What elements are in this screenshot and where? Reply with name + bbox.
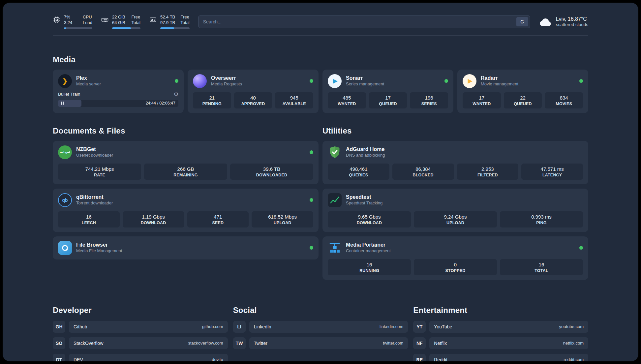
dev-link[interactable]: DEV dev.to (69, 354, 228, 361)
stat-tile: 498,461 QUERIES (328, 164, 389, 180)
search-input[interactable] (203, 19, 516, 24)
cpu-metric: 7% 3.24 CPU Load (53, 15, 92, 29)
cpu-values: 7% 3.24 (64, 15, 72, 26)
app-card-plex[interactable]: Plex Media server Bullet Train ⚙ 24:44 /… (53, 70, 184, 113)
memory-labels: Free Total (132, 15, 140, 26)
memory-progress-bar (112, 27, 140, 29)
app-card-radarr[interactable]: Radarr Movie management 17 WANTED 22 QUE… (457, 70, 588, 113)
stat-tile: 1.19 Gbps DOWNLOAD (123, 211, 184, 228)
stat-tile: 17 QUEUED (369, 92, 407, 108)
link-name: Reddit (434, 357, 447, 361)
media-grid: Plex Media server Bullet Train ⚙ 24:44 /… (53, 70, 588, 113)
pause-button[interactable] (61, 102, 64, 105)
app-card-qbittorrent[interactable]: qb qBittorrent Torrent downloader 16 LEE… (53, 189, 319, 232)
media-progress-bar[interactable]: 24:44 / 02:06:47 (58, 100, 178, 107)
app-card-portainer[interactable]: Media Portainer Container management 16 … (322, 236, 588, 280)
link-domain: netflix.com (563, 341, 584, 346)
cpu-percent: 7% (64, 15, 72, 20)
app-card-overseerr[interactable]: Overseerr Media Requests 21 PENDING 40 A… (188, 70, 319, 113)
disk-icon (149, 16, 157, 24)
stat-label: WANTED (329, 102, 365, 106)
github-icon[interactable]: GH (53, 321, 65, 333)
stat-label: APPROVED (235, 102, 271, 106)
app-subtitle: Media File Management (76, 248, 122, 254)
stat-value: 17 (464, 95, 500, 101)
section-title-entertainment: Entertainment (413, 306, 588, 315)
memory-label-2: Total (132, 20, 140, 26)
twitter-icon[interactable]: TW (233, 337, 246, 349)
stat-label: QUEUED (505, 102, 541, 106)
overseerr-icon (193, 74, 207, 88)
linkedin-icon[interactable]: LI (233, 321, 246, 333)
linkedin-link[interactable]: LinkedIn linkedin.com (249, 321, 408, 333)
link-name: YouTube (434, 324, 452, 329)
app-card-nzbget[interactable]: nzbget NZBGet Usenet downloader 744.21 M… (53, 141, 319, 184)
disk-progress-bar (160, 27, 190, 29)
weather-condition: scattered clouds (556, 22, 588, 27)
link-domain: dev.to (212, 357, 223, 361)
app-subtitle: DNS and adblocking (346, 153, 385, 158)
status-dot (579, 246, 583, 250)
app-name: Sonarr (346, 75, 384, 81)
stat-tile: 2,953 FILTERED (457, 164, 519, 180)
stat-value: 471 (189, 214, 248, 220)
status-dot (310, 246, 313, 250)
stat-tile: 40 APPROVED (234, 92, 272, 108)
adguard-icon (328, 145, 342, 159)
stat-label: DOWNLOADED (231, 173, 312, 177)
stat-value: 16 (501, 262, 582, 267)
stat-tile: 471 SEED (187, 211, 249, 228)
stackoverflow-icon[interactable]: SO (53, 337, 65, 349)
reddit-link[interactable]: Reddit reddit.com (429, 354, 588, 361)
link-name: DEV (74, 357, 83, 361)
app-subtitle: Usenet downloader (76, 153, 113, 158)
stat-label: SEED (189, 221, 248, 225)
link-domain: github.com (202, 324, 223, 329)
app-name: Media Portainer (346, 242, 391, 248)
reddit-icon[interactable]: RE (413, 354, 426, 361)
github-link[interactable]: Github github.com (69, 321, 228, 333)
stat-label: PENDING (194, 102, 230, 106)
twitter-link[interactable]: Twitter twitter.com (249, 337, 408, 349)
cpu-progress-fill (64, 27, 66, 29)
stat-value: 9.65 Gbps (329, 214, 410, 220)
youtube-icon[interactable]: YT (413, 321, 426, 333)
stat-tile: 744.21 Mbps RATE (58, 164, 141, 180)
app-card-speedtest[interactable]: Speedtest Speedtest Tracking 9.65 Gbps D… (322, 189, 588, 232)
playback-time: 24:44 / 02:06:47 (146, 101, 175, 106)
stat-tile: 266 GB REMAINING (144, 164, 227, 180)
radarr-icon (463, 74, 476, 88)
app-card-adguard[interactable]: AdGuard Home DNS and adblocking 498,461 … (322, 141, 588, 184)
app-name: File Browser (76, 242, 122, 248)
stat-value: 834 (546, 95, 582, 101)
stat-tile: 196 SERIES (410, 92, 448, 108)
stackoverflow-link[interactable]: StackOverflow stackoverflow.com (69, 337, 228, 349)
stat-value: 945 (276, 95, 312, 101)
search-engine-button[interactable]: G (516, 17, 528, 26)
app-subtitle: Series management (346, 81, 384, 87)
netflix-icon[interactable]: NF (413, 337, 426, 349)
stat-tile: 21 PENDING (193, 92, 231, 108)
app-card-sonarr[interactable]: Sonarr Series management 485 WANTED 17 Q… (322, 70, 453, 113)
app-card-filebrowser[interactable]: File Browser Media File Management (53, 236, 319, 259)
weather-widget: Lviv, 16.87°C scattered clouds (539, 16, 588, 27)
stat-value: 0 (415, 262, 496, 267)
status-dot (175, 79, 178, 83)
cpu-label-2: Load (83, 20, 92, 26)
dev-icon[interactable]: DT (53, 354, 65, 361)
app-name: Radarr (481, 75, 518, 81)
stat-value: 16 (59, 214, 118, 220)
netflix-link[interactable]: Netflix netflix.com (429, 337, 588, 349)
cpu-load-value: 3.24 (64, 20, 72, 26)
youtube-link[interactable]: YouTube youtube.com (429, 321, 588, 333)
status-dot (310, 79, 313, 83)
disk-metric: 52.4 TB 97.9 TB Free Total (149, 15, 190, 29)
gear-icon[interactable]: ⚙ (174, 92, 178, 97)
link-name: Twitter (254, 341, 267, 346)
stat-label: REMAINING (145, 173, 226, 177)
stat-tile: 47.571 ms LATENCY (521, 164, 583, 180)
stat-label: SERIES (411, 102, 447, 106)
search-bar[interactable]: G (198, 15, 530, 28)
stat-label: DOWNLOAD (124, 221, 183, 225)
stat-value: 2,953 (458, 166, 517, 172)
